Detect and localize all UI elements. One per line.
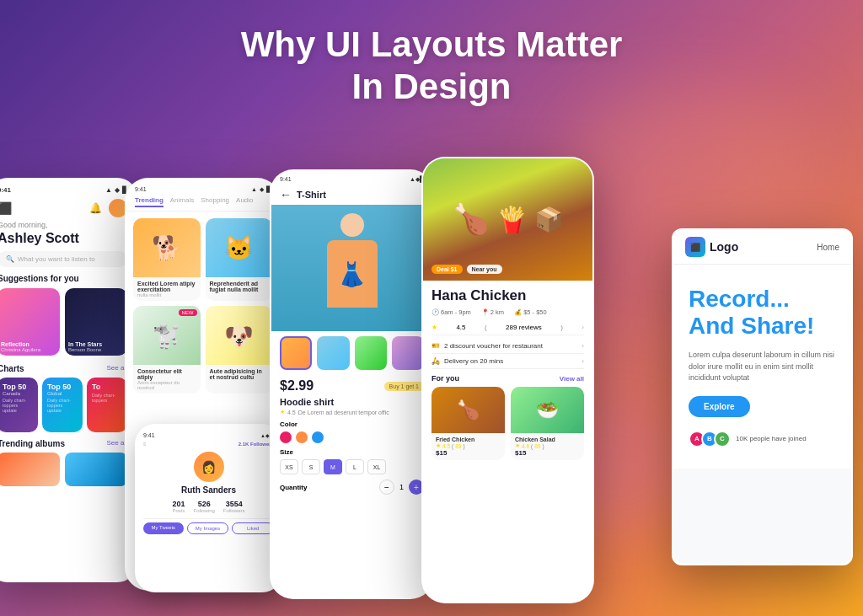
p3-color-section: Color xyxy=(271,420,432,448)
p5-explore-button[interactable]: Explore xyxy=(689,396,750,417)
p2b-time: 9:41 xyxy=(143,432,155,438)
p3-size-xs[interactable]: XS xyxy=(280,459,298,474)
p1-card1-artist: Christina Aguilera xyxy=(1,347,40,352)
p3-price-row: $2.99 Buy 1 get 1 xyxy=(271,375,432,397)
p4-delivery-item[interactable]: 🛵 Delivery on 20 mins › xyxy=(432,354,584,369)
p4-food-card-2-info: Chicken Salad ★4.6(89) $15 xyxy=(511,433,584,460)
p4-for-you-label: For you xyxy=(432,374,459,383)
p3-desc: De Lorem ad deserunt tempor offic xyxy=(298,410,389,415)
p1-search-bar[interactable]: 🔍 What you want to listen to xyxy=(0,251,127,267)
p4-badge-row: Deal $1 Near you xyxy=(432,265,502,274)
p2-signal-icon: ▲ xyxy=(251,186,257,193)
p3-quantity-row: Quantity − 1 + xyxy=(271,479,432,495)
p2-tab-bar: Trending Animals Shopping Audio xyxy=(135,196,271,207)
p2b-images-btn[interactable]: My Images xyxy=(187,522,229,534)
p2-status-icons: ▲ ◆ ▊ xyxy=(251,186,271,193)
p3-qty-minus[interactable]: − xyxy=(379,479,394,495)
p2b-stat-following: 526 Following xyxy=(193,500,214,513)
p4-price-val: $5 - $50 xyxy=(523,308,547,316)
p3-color-orange[interactable] xyxy=(296,431,308,443)
p3-size-m[interactable]: M xyxy=(324,459,342,474)
p4-chevron-3: › xyxy=(582,357,584,365)
p3-size-xl[interactable]: XL xyxy=(367,459,386,474)
p2-wifi-icon: ◆ xyxy=(260,186,264,193)
p3-color-pink[interactable] xyxy=(280,431,292,443)
p2b-followers-label: Followers xyxy=(223,508,245,513)
p4-rating-row[interactable]: ★ 4.5 (289 reviews) › xyxy=(432,320,584,335)
p4-food-card-2[interactable]: 🥗 Chicken Salad ★4.6(89) $15 xyxy=(511,387,584,460)
p4-food-card-1[interactable]: 🍗 Fried Chicken ★4.5(89) $15 xyxy=(432,387,505,460)
p2b-liked-btn[interactable]: Liked xyxy=(232,522,274,534)
p4-hours-val: 6am - 9pm xyxy=(441,308,471,316)
p2b-following-val: 526 xyxy=(193,500,214,508)
p4-food2-rating: ★4.6(89) xyxy=(515,442,580,449)
p5-logo: ⬛ Logo xyxy=(685,237,738,257)
p1-app-logo: ⬛ xyxy=(0,201,12,215)
p3-thumb-3[interactable] xyxy=(355,336,387,370)
p1-suggestion-card-2[interactable]: In The Stars Benson Boone xyxy=(65,288,127,356)
p2b-action-tabs: My Tweets My Images Liked xyxy=(143,518,274,534)
p4-food-card-row: 🍗 Fried Chicken ★4.5(89) $15 🥗 Chicken S… xyxy=(432,387,584,460)
p1-status-bar: 9:41 ▲ ◆ ▊ xyxy=(0,186,127,194)
p2b-followers-val: 3554 xyxy=(223,500,245,508)
p2-item-2[interactable]: 🐱 Reprehenderit ad fugiat nulla mollit xyxy=(206,218,273,301)
p2b-posts-val: 201 xyxy=(172,500,185,508)
p4-info-row: 🕐 6am - 9pm 📍 2 km 💰 $5 - $50 xyxy=(432,308,584,316)
headline-line2: In Design xyxy=(0,66,863,108)
bg-blob-1 xyxy=(568,84,821,253)
p1-time: 9:41 xyxy=(0,186,11,194)
p2-tab-audio[interactable]: Audio xyxy=(236,196,253,207)
p5-hero-heading: Record... And Share! xyxy=(689,286,836,340)
phone-web-landing: ⬛ Logo Home Record... And Share! Lorem c… xyxy=(672,228,853,565)
p4-deal-badge: Deal $1 xyxy=(432,265,463,274)
p5-logo-symbol: ⬛ xyxy=(690,243,700,252)
p2-item-4[interactable]: 🐶 Aute adipisicing in et nostrud cultu xyxy=(206,306,273,394)
p5-nav-home[interactable]: Home xyxy=(817,243,839,252)
phone-tshirt-app: 9:41 ▲◆▊ ← T-Shirt 👗 xyxy=(270,169,434,599)
p4-view-all[interactable]: View all xyxy=(560,375,584,383)
p1-chart-card-2[interactable]: Top 50 Global Daily chart-toppers update xyxy=(42,378,83,432)
p5-logo-icon: ⬛ xyxy=(685,237,705,257)
p1-status-icons: ▲ ◆ ▊ xyxy=(105,186,127,194)
p1-trending-label: Trending albums xyxy=(0,439,65,448)
p1-trending-2[interactable] xyxy=(65,453,127,486)
p5-hero-text: Lorem culpa deserunt laborum in cillum n… xyxy=(689,350,836,384)
p1-card2-artist: Benson Boone xyxy=(68,347,102,352)
p2-status-bar: 9:41 ▲ ◆ ▊ xyxy=(135,186,271,193)
p2-item-3[interactable]: 🐩 NEW Consectetur elit atipiy Anim excep… xyxy=(133,306,201,394)
p1-chart-card-1[interactable]: Top 50 Canada Daily chart-toppers update xyxy=(0,378,38,432)
p5-hero-content: Record... And Share! Lorem culpa deserun… xyxy=(673,265,851,469)
notification-icon[interactable]: 🔔 xyxy=(89,202,102,214)
p3-model-body: 👗 xyxy=(327,240,378,308)
p3-size-l[interactable]: L xyxy=(346,459,364,474)
p4-chevron-2: › xyxy=(582,342,584,350)
p3-thumb-4[interactable] xyxy=(392,336,424,370)
p2b-tweets-btn[interactable]: My Tweets xyxy=(143,522,184,534)
p3-buy-tag: Buy 1 get 1 xyxy=(384,382,424,391)
p3-product-name: Hoodie shirt xyxy=(271,397,432,409)
p2b-stat-posts: 201 Posts xyxy=(172,500,185,513)
p3-size-options: XS S M L XL xyxy=(280,459,424,474)
p1-trending-1[interactable] xyxy=(0,453,60,486)
p3-thumb-2[interactable] xyxy=(317,336,349,370)
p3-size-s[interactable]: S xyxy=(302,459,320,474)
p1-suggestion-card-1[interactable]: Reflection Christina Aguilera xyxy=(0,288,60,356)
p2b-stats: 201 Posts 526 Following 3554 Followers xyxy=(143,500,274,513)
p2-tab-trending[interactable]: Trending xyxy=(135,196,163,207)
p2-tab-shopping[interactable]: Shopping xyxy=(201,196,229,207)
p3-time: 9:41 xyxy=(280,176,292,183)
p4-discount-item[interactable]: 🎫 2 discount voucher for restaurant › xyxy=(432,339,584,354)
p3-back-btn[interactable]: ← xyxy=(280,188,292,201)
p3-price: $2.99 xyxy=(280,378,314,394)
p5-logo-text: Logo xyxy=(710,240,738,254)
p2-item-1[interactable]: 🐕 Excited Lorem atipiy exercitation null… xyxy=(133,218,201,301)
p4-food2-price: $15 xyxy=(515,449,580,457)
p3-thumb-1[interactable] xyxy=(280,336,312,370)
p1-user-name: Ashley Scott xyxy=(0,231,127,246)
p1-suggestions-title: Suggestions for you xyxy=(0,274,127,283)
p2-tab-animals[interactable]: Animals xyxy=(170,196,194,207)
p1-chart-card-3[interactable]: To Daily chart-toppers xyxy=(87,378,127,432)
p3-color-blue[interactable] xyxy=(312,431,324,443)
p4-for-you-header: For you View all xyxy=(432,374,584,383)
p1-chart3-title: To xyxy=(92,383,122,391)
